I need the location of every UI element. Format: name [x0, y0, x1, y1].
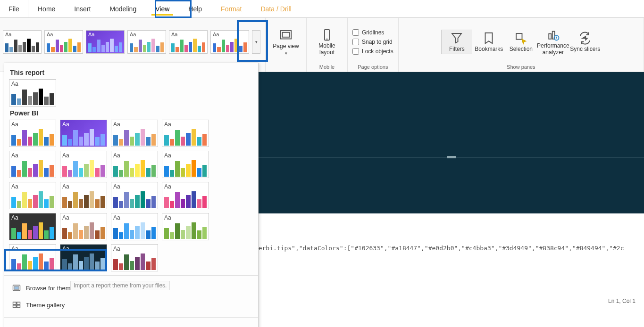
menu-view[interactable]: View	[146, 0, 179, 17]
chevron-down-icon: ▾	[285, 51, 287, 56]
theme-thumbnail[interactable]: Aa	[60, 120, 107, 147]
filters-label: Filters	[449, 46, 465, 53]
svg-rect-1	[283, 33, 290, 37]
theme-thumbnail[interactable]: Aa	[9, 151, 56, 178]
code-preview-line: owerbi.tips","dataColors":["#102633","#a…	[251, 245, 641, 252]
theme-thumbnail[interactable]: Aa	[162, 213, 209, 240]
theme-thumbnail[interactable]: Aa	[111, 151, 158, 178]
page-view-label: Page view	[273, 43, 299, 50]
filters-pane-button[interactable]: Filters	[441, 30, 472, 54]
lock-objects-checkbox[interactable]: Lock objects	[352, 48, 393, 55]
theme-thumbnail[interactable]: Aa	[162, 120, 209, 147]
theme-gallery-ribbon: AaAaAaAaAaAa▾	[3, 20, 260, 64]
performance-analyzer-button[interactable]: Performance analyzer	[537, 28, 569, 56]
page-options-group-label: Page options	[358, 64, 388, 71]
theme-thumbnail[interactable]: Aa	[44, 30, 83, 54]
this-report-heading: This report	[10, 69, 253, 76]
theme-thumbnail[interactable]: Aa	[162, 151, 209, 178]
report-canvas[interactable]	[259, 72, 644, 213]
theme-thumbnail[interactable]: Aa	[9, 213, 56, 240]
menu-file[interactable]: File	[0, 0, 28, 17]
theme-thumbnail[interactable]: Aa	[9, 120, 56, 147]
menu-help[interactable]: Help	[179, 0, 211, 17]
bookmarks-pane-button[interactable]: Bookmarks	[473, 31, 504, 53]
gridlines-checkbox[interactable]: Gridlines	[352, 29, 393, 36]
theme-thumbnail[interactable]: Aa	[60, 244, 107, 271]
customize-icon	[12, 325, 21, 327]
svg-rect-9	[14, 286, 19, 290]
gridlines-label: Gridlines	[362, 29, 384, 36]
theme-thumbnail[interactable]: Aa	[111, 244, 158, 271]
svg-rect-12	[13, 305, 17, 308]
gallery-label: Theme gallery	[26, 302, 65, 309]
theme-thumbnail[interactable]: Aa	[127, 30, 166, 54]
bookmarks-label: Bookmarks	[475, 46, 503, 53]
show-panes-group-label: Show panes	[507, 64, 535, 71]
theme-thumbnail[interactable]: Aa	[3, 30, 42, 54]
theme-gallery[interactable]: Theme gallery	[9, 296, 253, 313]
theme-thumbnail[interactable]: Aa	[9, 182, 56, 209]
selection-pane-button[interactable]: Selection	[505, 31, 536, 53]
theme-thumbnail[interactable]: Aa	[210, 30, 249, 54]
lock-label: Lock objects	[362, 48, 393, 55]
menu-insert[interactable]: Insert	[65, 0, 100, 17]
theme-thumbnail[interactable]: Aa	[60, 213, 107, 240]
canvas-resize-handle[interactable]	[447, 156, 456, 158]
mobile-layout-button[interactable]: Mobile layout	[311, 28, 343, 56]
browse-label: Browse for themes	[26, 285, 77, 292]
theme-thumbnail[interactable]: Aa	[111, 182, 158, 209]
menu-datadrill[interactable]: Data / Drill	[251, 0, 301, 17]
sync-slicers-button[interactable]: Sync slicers	[569, 31, 601, 53]
theme-thumbnail[interactable]: Aa	[9, 79, 56, 106]
snap-label: Snap to grid	[362, 39, 393, 45]
theme-dropdown-button[interactable]: ▾	[252, 30, 260, 54]
svg-rect-13	[17, 305, 20, 308]
menu-modeling[interactable]: Modeling	[100, 0, 146, 17]
theme-thumbnail[interactable]: Aa	[9, 244, 56, 271]
theme-thumbnail[interactable]: Aa	[111, 213, 158, 240]
selection-label: Selection	[510, 46, 533, 53]
status-bar-cursor-pos: Ln 1, Col 1	[608, 298, 636, 304]
sync-label: Sync slicers	[570, 46, 600, 53]
browse-tooltip: Import a report theme from your files.	[70, 281, 170, 290]
snap-to-grid-checkbox[interactable]: Snap to grid	[352, 39, 393, 45]
mobile-layout-label: Mobile layout	[311, 43, 343, 56]
theme-thumbnail[interactable]: Aa	[86, 30, 125, 54]
menu-format[interactable]: Format	[211, 0, 251, 17]
menu-home[interactable]: Home	[28, 0, 65, 17]
themes-dropdown: This report Aa Power BI AaAaAaAaAaAaAaAa…	[4, 63, 259, 327]
theme-thumbnail[interactable]: Aa	[169, 30, 208, 54]
powerbi-heading: Power BI	[10, 109, 253, 117]
theme-thumbnail[interactable]: Aa	[60, 182, 107, 209]
theme-thumbnail[interactable]: Aa	[60, 151, 107, 178]
menu-bar: File Home Insert Modeling View Help Form…	[0, 0, 644, 18]
svg-rect-10	[13, 302, 17, 304]
browse-icon	[12, 283, 21, 293]
svg-rect-5	[549, 34, 552, 39]
svg-rect-4	[516, 33, 522, 40]
theme-thumbnail[interactable]: Aa	[162, 182, 209, 209]
customize-current-theme[interactable]: Customize current theme	[9, 321, 253, 327]
gallery-icon	[12, 300, 21, 310]
perf-label: Performance analyzer	[537, 43, 569, 56]
svg-rect-11	[17, 302, 20, 304]
mobile-group-label: Mobile	[319, 64, 335, 71]
theme-thumbnail[interactable]: Aa	[111, 120, 158, 147]
page-view-button[interactable]: Page view ▾	[270, 28, 301, 56]
